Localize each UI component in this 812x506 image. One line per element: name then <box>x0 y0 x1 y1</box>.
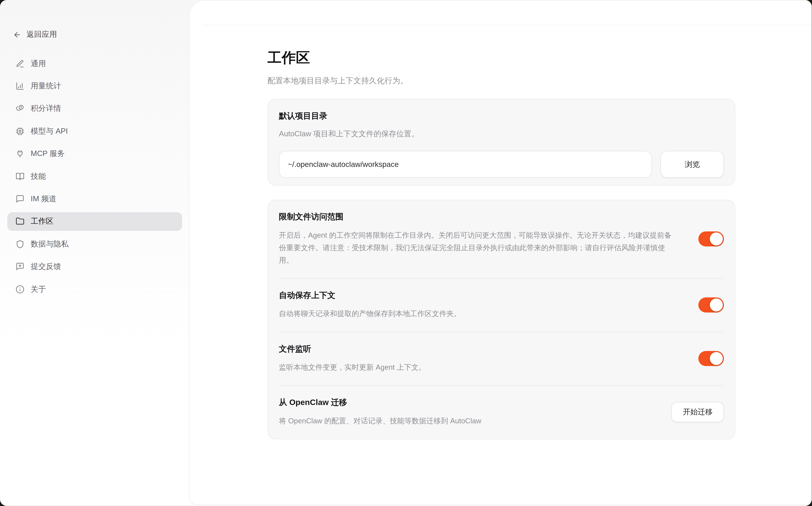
plug-icon <box>16 149 24 158</box>
sidebar-item-label: 提交反馈 <box>30 262 61 272</box>
book-icon <box>16 172 24 181</box>
arrow-left-icon <box>13 30 21 39</box>
auto-save-context-description: 自动将聊天记录和提取的产物保存到本地工作区文件夹。 <box>279 308 461 320</box>
sidebar-item-label: 工作区 <box>30 217 54 226</box>
file-watch-toggle[interactable] <box>698 351 724 366</box>
toggle-knob <box>710 299 723 312</box>
sidebar-item-usage-stats[interactable]: 用量统计 <box>7 77 182 96</box>
sidebar: 返回应用 通用 用量统计 积分详情 模型与 API MCP 服务 技能 IM 频… <box>0 0 189 506</box>
content-panel: 工作区 配置本地项目目录与上下文持久化行为。 默认项目目录 AutoClaw 项… <box>189 0 812 505</box>
titlebar-divider <box>203 25 811 25</box>
sidebar-item-models-api[interactable]: 模型与 API <box>7 122 182 141</box>
page-title: 工作区 <box>268 48 736 67</box>
bar-chart-icon <box>16 82 24 90</box>
shield-icon <box>16 240 24 248</box>
restrict-file-access-toggle[interactable] <box>698 232 724 246</box>
toggle-knob <box>710 352 723 365</box>
sidebar-item-label: IM 频道 <box>30 194 56 204</box>
info-icon <box>16 285 24 293</box>
workspace-settings-card: 限制文件访问范围 开启后，Agent 的工作空间将限制在工作目录内。关闭后可访问… <box>268 200 736 440</box>
restrict-file-access-description: 开启后，Agent 的工作空间将限制在工作目录内。关闭后可访问更大范围，可能导致… <box>279 229 678 266</box>
sidebar-item-label: 数据与隐私 <box>30 239 69 249</box>
restrict-file-access-title: 限制文件访问范围 <box>279 212 678 223</box>
chip-icon <box>16 127 24 136</box>
settings-window: 返回应用 通用 用量统计 积分详情 模型与 API MCP 服务 技能 IM 频… <box>0 0 812 506</box>
auto-save-context-title: 自动保存上下文 <box>279 290 461 301</box>
sidebar-item-skills[interactable]: 技能 <box>7 167 182 186</box>
sidebar-item-data-privacy[interactable]: 数据与隐私 <box>7 235 182 253</box>
sidebar-item-feedback[interactable]: 提交反馈 <box>7 257 182 276</box>
folder-icon <box>16 217 24 226</box>
sidebar-item-label: 积分详情 <box>30 104 61 114</box>
default-directory-description: AutoClaw 项目和上下文文件的保存位置。 <box>279 129 724 139</box>
settings-row-auto-save-context: 自动保存上下文 自动将聊天记录和提取的产物保存到本地工作区文件夹。 <box>279 278 724 332</box>
sidebar-item-label: 模型与 API <box>30 126 68 136</box>
feedback-plus-icon <box>16 262 24 271</box>
pencil-icon <box>16 59 24 68</box>
settings-row-restrict-file-access: 限制文件访问范围 开启后，Agent 的工作空间将限制在工作目录内。关闭后可访问… <box>279 200 724 278</box>
file-watch-title: 文件监听 <box>279 344 426 355</box>
migrate-from-openclaw-button[interactable]: 开始迁移 <box>671 402 724 422</box>
browse-button[interactable]: 浏览 <box>661 151 724 178</box>
page-subtitle: 配置本地项目目录与上下文持久化行为。 <box>268 76 736 86</box>
toggle-knob <box>710 233 723 246</box>
back-to-app-button[interactable]: 返回应用 <box>13 30 57 39</box>
file-watch-description: 监听本地文件变更，实时更新 Agent 上下文。 <box>279 361 426 373</box>
sidebar-item-label: MCP 服务 <box>30 149 65 159</box>
sidebar-item-label: 技能 <box>30 171 46 181</box>
sidebar-item-workspace[interactable]: 工作区 <box>7 212 182 231</box>
sidebar-item-credits[interactable]: 积分详情 <box>7 99 182 118</box>
sidebar-item-label: 用量统计 <box>30 81 61 91</box>
sidebar-item-mcp-services[interactable]: MCP 服务 <box>7 144 182 163</box>
back-to-app-label: 返回应用 <box>26 30 57 39</box>
app-window: 返回应用 通用 用量统计 积分详情 模型与 API MCP 服务 技能 IM 频… <box>0 0 812 506</box>
default-directory-card: 默认项目目录 AutoClaw 项目和上下文文件的保存位置。 浏览 <box>268 99 736 186</box>
coins-icon <box>16 104 24 113</box>
sidebar-item-about[interactable]: 关于 <box>7 280 182 299</box>
default-directory-title: 默认项目目录 <box>279 111 724 122</box>
chat-bubble-icon <box>16 194 24 203</box>
directory-path-input[interactable] <box>279 151 652 178</box>
sidebar-nav: 通用 用量统计 积分详情 模型与 API MCP 服务 技能 IM 频道 工作区… <box>7 54 182 302</box>
sidebar-item-label: 通用 <box>30 59 46 69</box>
sidebar-item-label: 关于 <box>30 284 46 294</box>
settings-row-migrate-from-openclaw: 从 OpenClaw 迁移 将 OpenClaw 的配置、对话记录、技能等数据迁… <box>279 386 724 439</box>
migrate-from-openclaw-title: 从 OpenClaw 迁移 <box>279 397 481 408</box>
auto-save-context-toggle[interactable] <box>698 298 724 313</box>
settings-row-file-watch: 文件监听 监听本地文件变更，实时更新 Agent 上下文。 <box>279 332 724 386</box>
sidebar-item-im-channels[interactable]: IM 频道 <box>7 189 182 208</box>
migrate-from-openclaw-description: 将 OpenClaw 的配置、对话记录、技能等数据迁移到 AutoClaw <box>279 415 481 427</box>
sidebar-item-general[interactable]: 通用 <box>7 54 182 73</box>
